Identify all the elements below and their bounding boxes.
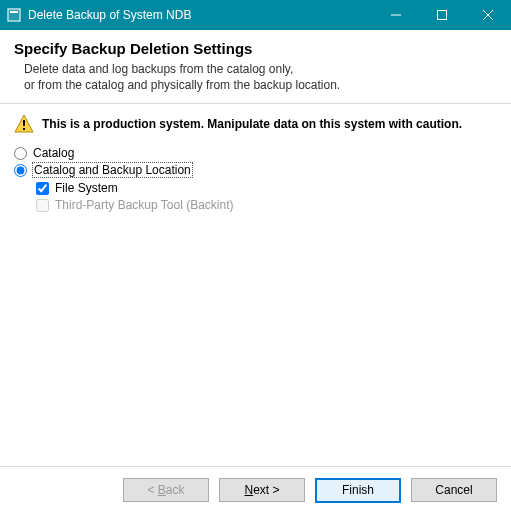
check-file-system-row[interactable]: File System [36,181,497,195]
close-button[interactable] [465,0,511,30]
svg-rect-2 [10,11,18,13]
check-third-party-row: Third-Party Backup Tool (Backint) [36,198,497,212]
radio-catalog-location-row[interactable]: Catalog and Backup Location [14,163,497,177]
svg-rect-0 [7,8,21,22]
back-button: < Back [123,478,209,502]
window-title: Delete Backup of System NDB [28,8,373,22]
maximize-button[interactable] [419,0,465,30]
svg-rect-9 [23,128,25,130]
app-icon [6,7,22,23]
window-controls [373,0,511,30]
radio-catalog[interactable] [14,147,27,160]
cancel-button[interactable]: Cancel [411,478,497,502]
sub-options: File System Third-Party Backup Tool (Bac… [36,181,497,212]
page-title: Specify Backup Deletion Settings [14,40,497,57]
radio-catalog-row[interactable]: Catalog [14,146,497,160]
next-button[interactable]: Next > [219,478,305,502]
warning-text: This is a production system. Manipulate … [42,117,462,131]
check-third-party [36,199,49,212]
watermark: STEM® www.sterling-team.com [101,255,411,374]
warning-row: This is a production system. Manipulate … [14,114,497,134]
check-file-system-label: File System [55,181,118,195]
wizard-content: STEM® www.sterling-team.com This is a pr… [0,104,511,466]
wizard-button-bar: < Back Next > Finish Cancel [0,466,511,506]
radio-catalog-location[interactable] [14,164,27,177]
titlebar: Delete Backup of System NDB [0,0,511,30]
radio-catalog-label: Catalog [33,146,74,160]
page-description: Delete data and log backups from the cat… [24,61,497,93]
svg-rect-8 [23,120,25,126]
svg-rect-4 [438,11,447,20]
wizard-header: Specify Backup Deletion Settings Delete … [0,30,511,103]
check-third-party-label: Third-Party Backup Tool (Backint) [55,198,234,212]
warning-icon [14,114,34,134]
finish-button[interactable]: Finish [315,478,401,503]
radio-catalog-location-label: Catalog and Backup Location [33,163,192,177]
minimize-button[interactable] [373,0,419,30]
check-file-system[interactable] [36,182,49,195]
